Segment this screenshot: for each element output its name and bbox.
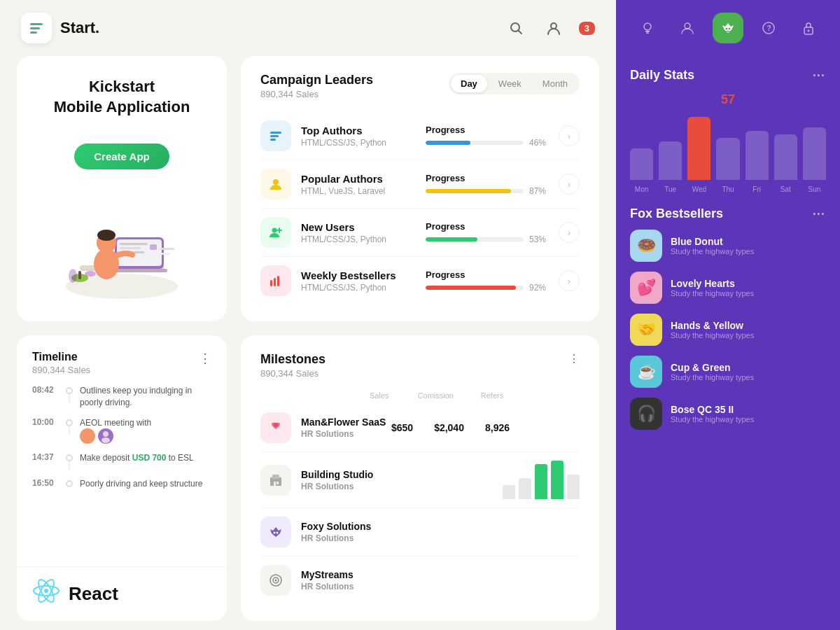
new-users-icon xyxy=(260,217,291,248)
t-time-1437: 14:37 xyxy=(32,452,59,462)
bar-sun xyxy=(803,127,826,180)
building-studio-name: Building StudioHR Solutions xyxy=(301,469,373,491)
bar-mon xyxy=(630,148,653,180)
tab-week[interactable]: Week xyxy=(489,75,531,92)
t-dot-0842 xyxy=(66,387,73,394)
kickstart-title-line1: Kickstart xyxy=(54,77,190,97)
logo-line-2 xyxy=(30,27,40,29)
milestone-row-foxy: Foxy SolutionsHR Solutions xyxy=(260,508,580,556)
campaign-row-popular-authors: Popular Authors HTML, VueJS, Laravel Pro… xyxy=(260,160,580,209)
sidebar-fox-icon[interactable] xyxy=(713,13,743,43)
notification-badge[interactable]: 3 xyxy=(579,22,595,35)
label-mon: Mon xyxy=(630,186,653,193)
tab-day[interactable]: Day xyxy=(451,75,487,92)
svg-rect-21 xyxy=(270,132,281,134)
svg-rect-15 xyxy=(78,271,81,279)
new-users-progress-fill xyxy=(426,237,477,241)
bar-fri xyxy=(746,131,769,180)
fox-item-bose-qc35[interactable]: 🎧 Bose QC 35 II Study the highway types xyxy=(630,398,826,430)
timeline-menu-button[interactable]: ⋮ xyxy=(199,351,211,366)
manflower-sales-val: $650 xyxy=(391,422,413,433)
sidebar-lock-icon[interactable] xyxy=(793,13,824,43)
timeline-card: Timeline 890,344 Sales ⋮ 08:42 Outlines … xyxy=(17,335,227,621)
create-app-button[interactable]: Create App xyxy=(74,144,169,169)
svg-point-32 xyxy=(83,438,92,443)
fox-item-hands-yellow[interactable]: 🤝 Hands & Yellow Study the highway types xyxy=(630,314,826,346)
popular-authors-tags: HTML, VueJS, Laravel xyxy=(301,186,426,196)
milestones-subtitle: 890,344 Sales xyxy=(260,368,326,379)
sidebar-person-icon[interactable] xyxy=(672,13,703,43)
t-time-1650: 16:50 xyxy=(32,478,59,488)
lovely-hearts-thumb: 💕 xyxy=(630,272,662,304)
search-button[interactable] xyxy=(503,15,528,41)
campaign-row-top-authors: Top Authors HTML/CSS/JS, Python Progress… xyxy=(260,112,580,160)
fox-item-lovely-hearts[interactable]: 💕 Lovely Hearts Study the highway types xyxy=(630,272,826,304)
sidebar-lightbulb-icon[interactable] xyxy=(632,13,663,43)
sidebar-question-icon[interactable]: ? xyxy=(753,13,784,43)
svg-point-25 xyxy=(272,228,277,233)
t-avatars-1000 xyxy=(80,428,151,444)
new-users-pct: 53% xyxy=(529,234,552,244)
svg-rect-8 xyxy=(120,247,141,249)
daily-stats-bar-chart xyxy=(630,110,826,180)
col-sales-label: Sales xyxy=(362,391,397,400)
svg-rect-20 xyxy=(150,244,157,250)
kickstart-title-line2: Mobile Application xyxy=(54,97,190,118)
daily-stats-menu-button[interactable]: ⋯ xyxy=(812,67,826,83)
bar-wed xyxy=(687,117,710,180)
manflower-commission: $2,040 xyxy=(434,422,464,433)
logo-line-3 xyxy=(30,31,37,34)
svg-point-49 xyxy=(644,23,651,30)
popular-authors-arrow[interactable]: › xyxy=(559,174,580,195)
user-button[interactable] xyxy=(541,15,566,41)
t-avatar-2 xyxy=(98,428,113,444)
svg-rect-18 xyxy=(160,248,174,250)
svg-rect-22 xyxy=(270,135,279,137)
fox-item-blue-donut[interactable]: 🍩 Blue Donut Study the highway types xyxy=(630,230,826,262)
new-users-progress: Progress 53% xyxy=(426,221,552,244)
logo-line-1 xyxy=(30,23,43,25)
new-users-progress-bar-wrap: 53% xyxy=(426,234,552,244)
t-text-1437: Make deposit USD 700 to ESL xyxy=(80,452,194,464)
milestone-row-manflower: Man&Flower SaaSHR Solutions $650 $2,040 … xyxy=(260,404,580,452)
svg-point-52 xyxy=(685,23,690,29)
top-authors-arrow[interactable]: › xyxy=(559,125,580,146)
svg-rect-10 xyxy=(111,269,167,272)
logo-lines xyxy=(30,23,43,34)
campaign-tab-group: Day Week Month xyxy=(449,73,580,94)
t-dot-1437 xyxy=(66,454,73,461)
svg-point-13 xyxy=(97,230,115,241)
manflower-stats: $650 $2,040 8,926 xyxy=(391,422,510,433)
foxy-name: Foxy SolutionsHR Solutions xyxy=(301,521,371,543)
t-avatar-1 xyxy=(80,428,95,444)
weekly-bestsellers-pct: 92% xyxy=(529,283,552,293)
header: Start. 3 xyxy=(0,0,616,56)
fox-bestsellers-title-text: Fox Bestsellers xyxy=(630,206,723,221)
daily-peak-value: 57 xyxy=(630,92,826,107)
t-dot-1000 xyxy=(66,419,73,426)
svg-rect-30 xyxy=(277,276,279,286)
weekly-bestsellers-arrow[interactable]: › xyxy=(559,270,580,291)
chart-bar-2 xyxy=(519,478,531,499)
milestone-row-mystreams: MyStreamsHR Solutions xyxy=(260,556,580,604)
chart-bar-5 xyxy=(567,475,580,499)
top-authors-progress-fill xyxy=(426,141,470,145)
fox-bestsellers-section: Fox Bestsellers ⋯ xyxy=(630,206,826,221)
new-users-name: New Users xyxy=(301,221,426,233)
hands-yellow-thumb: 🤝 xyxy=(630,314,662,346)
fox-item-cup-green[interactable]: ☕ Cup & Green Study the highway types xyxy=(630,356,826,388)
popular-authors-progress-fill xyxy=(426,189,511,193)
blue-donut-sub: Study the highway types xyxy=(671,247,754,255)
milestones-menu-button[interactable]: ⋮ xyxy=(568,352,580,365)
react-label: React xyxy=(69,583,118,605)
kickstart-card: Kickstart Mobile Application Create App xyxy=(17,56,227,321)
new-users-arrow[interactable]: › xyxy=(559,222,580,243)
sidebar-icon-row: ? xyxy=(616,0,840,56)
svg-point-33 xyxy=(103,431,108,437)
tab-month[interactable]: Month xyxy=(533,75,578,92)
svg-rect-41 xyxy=(272,475,279,479)
t-text-1000: AEOL meeting with xyxy=(80,417,151,444)
fox-bestsellers-menu-button[interactable]: ⋯ xyxy=(812,206,826,221)
svg-text:?: ? xyxy=(766,24,771,32)
label-wed: Wed xyxy=(687,186,710,193)
